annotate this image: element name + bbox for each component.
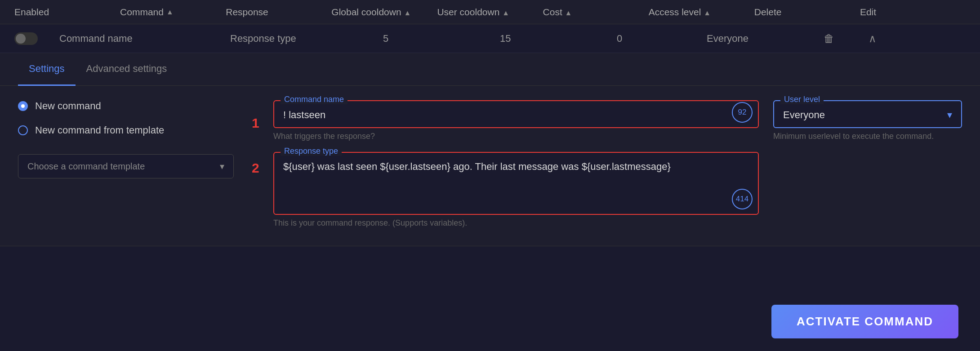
col-header-delete: Delete — [754, 7, 860, 18]
steps-form-container: 1 2 Command name 92 — [252, 100, 962, 228]
expanded-panel: Settings Advanced settings New command N… — [0, 53, 980, 246]
command-name-box: Command name 92 — [273, 100, 759, 128]
row-user-cooldown: 15 — [500, 33, 617, 44]
row-enabled — [14, 32, 59, 45]
col-header-response: Response — [226, 7, 331, 18]
radio-new-command-circle — [18, 101, 28, 111]
form-and-user-level: Command name 92 What triggers the respon… — [273, 100, 962, 228]
global-sort-icon[interactable]: ▲ — [404, 9, 411, 17]
step-numbers: 1 2 — [252, 105, 265, 228]
panel-body: New command New command from template Ch… — [0, 100, 980, 228]
response-type-group: Response type 414 This is your command r… — [273, 152, 759, 228]
form-fields: Command name 92 What triggers the respon… — [273, 100, 759, 228]
command-name-label: Command name — [281, 95, 347, 104]
template-dropdown[interactable]: Choose a command template ▾ — [18, 154, 234, 178]
table-row: Command name Response type 5 15 0 Everyo… — [0, 24, 980, 53]
tab-advanced-settings[interactable]: Advanced settings — [76, 53, 178, 86]
user-level-chevron-icon: ▾ — [947, 109, 952, 121]
radio-group: New command New command from template — [18, 100, 234, 136]
row-cost: 0 — [617, 33, 707, 44]
radio-template-circle — [18, 125, 28, 135]
command-name-input[interactable] — [283, 109, 722, 121]
response-type-hint: This is your command response. (Supports… — [273, 218, 759, 228]
row-access-level: Everyone — [707, 33, 824, 44]
col-header-cost: Cost ▲ — [543, 7, 649, 18]
delete-icon[interactable]: 🗑 — [824, 32, 834, 44]
bottom-bar: ACTIVATE COMMAND — [937, 326, 980, 351]
enabled-toggle[interactable] — [14, 32, 38, 45]
command-name-hint: What triggers the response? — [273, 132, 759, 141]
toggle-knob — [16, 34, 26, 44]
response-type-textarea[interactable] — [283, 161, 722, 206]
tabs: Settings Advanced settings — [0, 53, 980, 86]
row-command: Command name — [59, 33, 230, 44]
col-header-global-cooldown: Global cooldown ▲ — [331, 7, 437, 18]
user-sort-icon[interactable]: ▲ — [502, 9, 509, 17]
response-type-label: Response type — [281, 147, 342, 156]
command-sort-icon[interactable]: ▲ — [166, 8, 174, 16]
radio-new-from-template[interactable]: New command from template — [18, 124, 234, 136]
user-level-section: User level Everyone ▾ Minimum userlevel … — [773, 100, 962, 228]
step-2: 2 — [252, 150, 265, 222]
user-level-value: Everyone — [783, 109, 825, 121]
cost-sort-icon[interactable]: ▲ — [565, 9, 572, 17]
user-level-label: User level — [780, 95, 824, 104]
row-collapse[interactable]: ∧ — [869, 32, 904, 45]
activate-command-button[interactable]: ACTIVATE COMMAND — [771, 305, 958, 338]
col-header-access-level: Access level ▲ — [649, 7, 754, 18]
user-level-box[interactable]: User level Everyone ▾ — [773, 100, 962, 128]
tab-settings[interactable]: Settings — [18, 53, 76, 86]
row-response: Response type — [230, 33, 383, 44]
user-level-hint: Minimum userlevel to execute the command… — [773, 132, 962, 141]
col-header-user-cooldown: User cooldown ▲ — [437, 7, 543, 18]
dropdown-chevron-icon: ▾ — [220, 161, 224, 172]
row-global-cooldown: 5 — [383, 33, 500, 44]
col-header-edit: Edit — [860, 7, 966, 18]
left-column: New command New command from template Ch… — [18, 100, 234, 228]
response-type-counter: 414 — [732, 189, 753, 209]
command-name-counter: 92 — [732, 102, 753, 123]
radio-new-command[interactable]: New command — [18, 100, 234, 112]
col-header-enabled: Enabled — [14, 7, 120, 18]
access-sort-icon[interactable]: ▲ — [704, 9, 711, 17]
command-name-group: Command name 92 What triggers the respon… — [273, 100, 759, 141]
step-1: 1 — [252, 105, 265, 150]
row-delete[interactable]: 🗑 — [824, 32, 869, 45]
col-header-command: Command ▲ — [120, 7, 226, 18]
response-type-box: Response type 414 — [273, 152, 759, 215]
table-header: Enabled Command ▲ Response Global cooldo… — [0, 0, 980, 24]
collapse-icon[interactable]: ∧ — [869, 32, 877, 44]
